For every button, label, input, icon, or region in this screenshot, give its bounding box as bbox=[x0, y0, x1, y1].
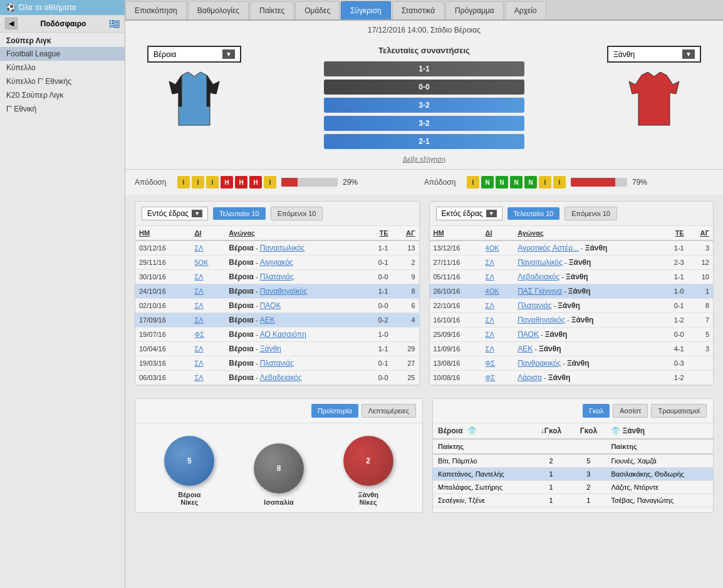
away-shirt-icon: 👕 bbox=[611, 426, 620, 435]
home-team-name: Βέροια bbox=[153, 50, 176, 59]
away-row-score: 2-3 bbox=[661, 255, 687, 270]
history-btn-history[interactable]: Προϊστορία bbox=[311, 404, 358, 418]
home-row-date: 29/11/16 bbox=[135, 255, 190, 270]
home-btn-next10[interactable]: Επόμενοι 10 bbox=[271, 207, 323, 220]
away-table-row: 11/09/16 ΣΛ ΑΕΚ - Ξάνθη 4-1 3 bbox=[430, 342, 714, 356]
sidebar-all-sports-btn[interactable]: ⚽ Όλα τα αθλήματα bbox=[0, 0, 125, 15]
home-row-pts: 2 bbox=[392, 255, 419, 270]
away-row-pts bbox=[688, 356, 713, 371]
draws-label: Ισοπαλία bbox=[264, 498, 294, 506]
home-team-dropdown[interactable]: Βέροια ▼ bbox=[147, 46, 241, 63]
home-row-comp[interactable]: ΣΛ bbox=[190, 371, 225, 385]
away-row-date: 16/10/16 bbox=[430, 313, 482, 328]
home-col-comp: ΔΙ bbox=[190, 226, 225, 240]
home-row-pts: 13 bbox=[392, 240, 419, 255]
away-badge-6: Ι bbox=[539, 176, 551, 188]
home-row-match: Βέροια - Παναιτωλικός bbox=[225, 240, 363, 255]
away-wins-stat: 2 ΞάνθηΝίκες bbox=[343, 436, 393, 506]
history-btn-details[interactable]: Λεπτομέρειες bbox=[362, 404, 416, 418]
home-row-comp[interactable]: ΣΛ bbox=[190, 240, 225, 255]
away-row-comp[interactable]: ΣΛ bbox=[482, 270, 514, 284]
home-row-comp[interactable]: ΣΛ bbox=[190, 313, 225, 328]
away-row-match: Παναιτωλικός - Ξάνθη bbox=[514, 255, 661, 270]
home-row-score: 0-0 bbox=[364, 299, 392, 313]
svg-marker-3 bbox=[629, 72, 679, 125]
goals-btn-goals[interactable]: Γκολ bbox=[583, 404, 610, 418]
tab-players[interactable]: Παίκτες bbox=[250, 1, 294, 19]
goals-col-away-goals: Γκολ bbox=[571, 423, 606, 439]
away-row-comp[interactable]: ΣΛ bbox=[482, 255, 514, 270]
goals-table-row: Καπετάνος, Παντελής 1 3 Βασιλακάκης, Θοδ… bbox=[433, 468, 713, 481]
content-area: 17/12/2016 14:00, Στάδιο Βέροιας Βέροια … bbox=[125, 21, 723, 519]
away-row-comp[interactable]: ΣΛ bbox=[482, 313, 514, 328]
away-btn-next10[interactable]: Επόμενοι 10 bbox=[564, 207, 617, 220]
tab-schedule[interactable]: Πρόγραμμα bbox=[445, 1, 504, 19]
away-row-comp[interactable]: ΣΛ bbox=[482, 299, 514, 313]
goals-col-home-team: Βέροια 👕 bbox=[433, 423, 531, 439]
home-table-row: 19/07/16 ΦΣ Βέροια - ΑΟ Κασσιόπη 1-0 bbox=[135, 328, 419, 342]
goals-away-player: Τσέβας, Παναγιώτης bbox=[606, 494, 713, 507]
away-row-comp[interactable]: 4ΟΚ bbox=[482, 240, 514, 255]
home-table-row: 06/03/16 ΣΛ Βέροια - Λεβαδειακός 0-0 25 bbox=[135, 371, 419, 385]
home-perf-pct: 29% bbox=[343, 178, 358, 187]
away-row-comp[interactable]: ΦΣ bbox=[482, 356, 514, 371]
home-wins-value: 5 bbox=[187, 456, 192, 465]
tab-stats[interactable]: Στατιστικά bbox=[392, 1, 444, 19]
home-row-comp[interactable]: ΣΛ bbox=[190, 299, 225, 313]
goals-btn-assists[interactable]: Ασσίστ bbox=[613, 404, 648, 418]
home-venue-dropdown[interactable]: Εντός έδρας ▼ bbox=[142, 207, 208, 220]
away-row-comp[interactable]: ΦΣ bbox=[482, 371, 514, 385]
history-header: Προϊστορία Λεπτομέρειες bbox=[135, 399, 422, 423]
tab-teams[interactable]: Ομάδες bbox=[295, 1, 340, 19]
home-row-comp[interactable]: ΣΛ bbox=[190, 270, 225, 284]
home-row-comp[interactable]: ΦΣ bbox=[190, 328, 225, 342]
sidebar-item-kypello[interactable]: Κύπελλο bbox=[0, 61, 125, 75]
away-team-dropdown[interactable]: Ξάνθη ▼ bbox=[607, 46, 701, 63]
home-col-score: ΤΕ bbox=[364, 226, 392, 240]
away-team-section: Ξάνθη ▼ bbox=[598, 46, 710, 132]
away-perf-bar-fill bbox=[571, 178, 615, 187]
home-col-pts: ΑΓ bbox=[392, 226, 419, 240]
away-row-comp[interactable]: ΣΛ bbox=[482, 328, 514, 342]
home-row-comp[interactable]: 5ΟΚ bbox=[190, 255, 225, 270]
teams-section: Βέροια ▼ Τελευταίες συναντήσεις 1-1 0-0 … bbox=[125, 39, 723, 169]
tab-standings[interactable]: Βαθμολογίες bbox=[188, 1, 249, 19]
away-match-table: ΗΜ ΔΙ Αγώνας ΤΕ ΑΓ 13/12/16 4ΟΚ Αγροτικό… bbox=[430, 226, 714, 385]
sidebar-item-g-ethniki[interactable]: Γ' Εθνική bbox=[0, 102, 125, 116]
tab-archive[interactable]: Αρχείο bbox=[505, 1, 546, 19]
show-explanation-link[interactable]: Δείξε εξήγηση bbox=[403, 155, 445, 163]
away-btn-last10[interactable]: Τελευταίοι 10 bbox=[507, 207, 560, 220]
sidebar-flag-icon: 🇬🇷 bbox=[109, 19, 120, 29]
goals-btn-injuries[interactable]: Τραυματισμοί bbox=[651, 404, 707, 418]
home-row-comp[interactable]: ΣΛ bbox=[190, 356, 225, 371]
away-col-pts: ΑΓ bbox=[688, 226, 713, 240]
tabs-bar: Επισκόπηση Βαθμολογίες Παίκτες Ομάδες Σύ… bbox=[125, 0, 723, 21]
sidebar-football-row: ◀ Ποδόσφαιρο 🇬🇷 bbox=[0, 15, 125, 33]
draws-value: 8 bbox=[277, 464, 281, 473]
tab-overview[interactable]: Επισκόπηση bbox=[125, 1, 187, 19]
away-wins-value: 2 bbox=[366, 456, 370, 465]
sidebar-back-btn[interactable]: ◀ bbox=[5, 18, 18, 29]
away-venue-dropdown[interactable]: Εκτός έδρας ▼ bbox=[436, 207, 502, 220]
away-row-date: 13/12/16 bbox=[430, 240, 482, 255]
goals-col-away-team: 👕 Ξάνθη bbox=[606, 423, 713, 439]
recent-meetings-title: Τελευταίες συναντήσεις bbox=[378, 46, 470, 55]
home-row-score: 0-0 bbox=[364, 270, 392, 284]
home-row-date: 03/12/16 bbox=[135, 240, 190, 255]
away-team-name: Ξάνθη bbox=[613, 50, 635, 59]
away-row-comp[interactable]: ΣΛ bbox=[482, 342, 514, 356]
sidebar-item-kypello-g[interactable]: Κύπελλο Γ' Εθνικής bbox=[0, 75, 125, 88]
away-col-score: ΤΕ bbox=[661, 226, 687, 240]
away-row-comp[interactable]: 4ΟΚ bbox=[482, 284, 514, 299]
tab-comparison[interactable]: Σύγκριση bbox=[341, 1, 391, 19]
sidebar-item-football-league[interactable]: Football League bbox=[0, 47, 125, 61]
home-table-row: 17/09/16 ΣΛ Βέροια - ΑΕΚ 0-2 4 bbox=[135, 313, 419, 328]
away-row-pts: 1 bbox=[688, 284, 713, 299]
away-perf-badges: Ι Ν Ν Ν Ν Ι Ι bbox=[467, 176, 566, 188]
sidebar-item-k20[interactable]: Κ20 Σούπερ Λιγκ bbox=[0, 88, 125, 102]
home-row-comp[interactable]: ΣΛ bbox=[190, 342, 225, 356]
main-content: Επισκόπηση Βαθμολογίες Παίκτες Ομάδες Σύ… bbox=[125, 0, 723, 588]
away-row-score: 1-1 bbox=[661, 270, 687, 284]
home-btn-last10[interactable]: Τελευταίοι 10 bbox=[213, 207, 266, 220]
home-row-comp[interactable]: ΣΛ bbox=[190, 284, 225, 299]
